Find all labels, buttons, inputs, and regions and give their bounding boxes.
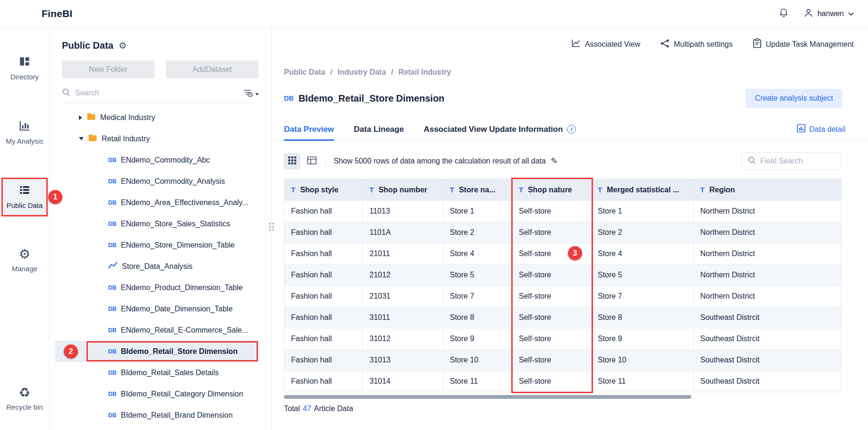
table-cell: Store 1	[591, 201, 694, 222]
table-cell: Fashion hall	[284, 201, 363, 222]
public-data-panel: Public Data ⚙ New Folder AddDataset	[50, 28, 272, 430]
new-folder-button[interactable]: New Folder	[62, 60, 155, 78]
table-row: Fashion hall11013Store 1Self-storeStore …	[284, 200, 841, 222]
table-cell: Fashion hall	[284, 265, 363, 285]
dataset-search-input[interactable]	[75, 89, 238, 97]
info-icon[interactable]: i	[567, 125, 576, 134]
tree-item-endemo-retail-ecommerce-sales[interactable]: DB ENdemo_Retail_E-Commerce_Sale...	[50, 319, 271, 341]
table-cell: Store 8	[443, 307, 512, 328]
tab-data-preview[interactable]: Data Preview	[284, 118, 334, 140]
caret-right-icon[interactable]	[79, 115, 82, 120]
header-toolbar: Associated View Multipath settings Updat…	[284, 38, 868, 50]
app-logo: FineBI	[42, 8, 72, 19]
database-icon: DB	[108, 391, 117, 397]
column-header-shop-number[interactable]: T Shop number	[363, 179, 443, 200]
tree-item-endemo-commodity-abc[interactable]: DB ENdemo_Commodity_Abc	[50, 149, 271, 171]
tree-item-bidemo-retail-sales-details[interactable]: DB BIdemo_Retail_Sales Details	[50, 362, 271, 383]
table-cell: Store 4	[591, 243, 694, 264]
sidebar-item-directory[interactable]: Directory	[3, 51, 46, 86]
sidebar-item-my-analysis[interactable]: My Analysis	[3, 115, 46, 151]
column-header-shop-nature[interactable]: T Shop nature	[512, 179, 591, 200]
tree-item-bidemo-retail-category-dimension[interactable]: DB BIdemo_Retail_Category Dimension	[50, 383, 271, 404]
table-cell: 1101A	[363, 222, 443, 243]
column-header-store-name[interactable]: T Store na...	[443, 179, 512, 200]
total-unit-label: Article Data	[314, 404, 353, 413]
data-detail-link[interactable]: Data detail	[797, 124, 846, 135]
topbar: FineBI hanwen	[0, 0, 868, 28]
table-cell: Self-store	[512, 286, 591, 307]
data-detail-label: Data detail	[809, 125, 846, 134]
tree-item-bidemo-retail-brand-dimension[interactable]: DB BIdemo_Retail_Brand Dimension	[50, 404, 271, 426]
sidebar-item-recycle-bin[interactable]: ♻ Recycle bin	[3, 382, 46, 417]
table-header: T Shop style T Shop number T Store na...…	[284, 179, 841, 200]
tab-data-lineage[interactable]: Data Lineage	[354, 118, 404, 140]
tree-item-endemo-store-dimension-table[interactable]: DB ENdemo_Store_Dimension_Table	[50, 234, 271, 256]
tree-item-endemo-commodity-analysis[interactable]: DB ENdemo_Commodity_Analysis	[50, 171, 271, 192]
horizontal-scrollbar-thumb[interactable]	[284, 395, 691, 399]
database-icon: DB	[108, 199, 117, 206]
column-header-merged-statistical[interactable]: T Merged statistical ...	[591, 179, 694, 200]
tree-item-label: ENdemo_Store_Dimension_Table	[121, 241, 235, 249]
panel-settings-gear-icon[interactable]: ⚙	[119, 41, 127, 50]
tree-item-endemo-date-dimension-table[interactable]: DB ENdemo_Date_Dimension_Table	[50, 298, 271, 319]
column-label: Merged statistical ...	[607, 186, 679, 194]
history-filter-icon[interactable]	[243, 88, 259, 98]
column-header-shop-style[interactable]: T Shop style	[284, 179, 363, 200]
toolbar-label: Update Task Management	[766, 40, 854, 49]
breadcrumb-separator: /	[330, 68, 332, 77]
sidebar-item-label: Directory	[10, 73, 39, 81]
tree-folder-retail-industry[interactable]: Retail Industry	[50, 128, 271, 149]
update-task-management-button[interactable]: Update Task Management	[753, 38, 854, 50]
tree-item-label: BIdemo_Retail_Category Dimension	[121, 390, 243, 398]
multipath-settings-button[interactable]: Multipath settings	[660, 39, 733, 50]
table-cell: 31013	[363, 350, 443, 370]
tab-bar: Data Preview Data Lineage Associated Vie…	[272, 118, 868, 141]
total-label: Total	[284, 404, 300, 413]
tree-folder-medical-industry[interactable]: Medical Industry	[50, 107, 271, 128]
tree-item-store-data-analysis[interactable]: Store_Data_Analysis	[50, 256, 271, 277]
grid-view-toggle[interactable]	[284, 153, 300, 169]
table-cell: 31014	[363, 371, 443, 392]
breadcrumb-item[interactable]: Public Data	[284, 68, 325, 77]
chevron-down-icon	[848, 9, 854, 18]
table-cell: 21011	[363, 243, 443, 264]
table-cell: Northern District	[694, 265, 841, 285]
breadcrumb-item[interactable]: Retail Industry	[398, 68, 451, 77]
page-title: BIdemo_Retail_Store Dimension	[299, 93, 445, 104]
tree-item-label: ENdemo_Commodity_Abc	[121, 156, 210, 164]
tab-label: Data Lineage	[354, 125, 404, 134]
search-icon	[62, 88, 70, 98]
sidebar-item-public-data[interactable]: Public Data 1	[3, 179, 46, 215]
notifications-bell-icon[interactable]	[779, 8, 789, 20]
database-icon: DB	[108, 284, 117, 291]
table-cell: Store 7	[591, 286, 694, 307]
table-cell: Store 2	[443, 222, 512, 243]
tree-item-endemo-product-dimension-table[interactable]: DB ENdemo_Product_Dimension_Table	[50, 277, 271, 298]
table-cell: Northern District	[694, 201, 841, 222]
breadcrumb-item[interactable]: Industry Data	[338, 68, 386, 77]
edit-pen-icon[interactable]: ✎	[550, 157, 558, 165]
tree-item-endemo-area-effectiveness[interactable]: DB ENdemo_Area_Effectiveness_Analy...	[50, 192, 271, 213]
field-search-input[interactable]	[760, 157, 835, 165]
panel-resize-handle[interactable]	[269, 223, 274, 231]
add-dataset-button[interactable]: AddDataset	[166, 60, 258, 78]
tab-associated-view-update-information[interactable]: Associated View Update Information i	[424, 118, 576, 140]
table-cell: Northern District	[694, 286, 841, 307]
table-cell: Store 7	[443, 286, 512, 307]
associated-view-button[interactable]: Associated View	[571, 39, 640, 50]
table-cell: Store 1	[443, 201, 512, 222]
column-header-region[interactable]: T Region	[694, 179, 841, 200]
table-toolbar: Show 5000 rows of data among the calcula…	[284, 152, 842, 170]
table-view-toggle[interactable]	[304, 153, 320, 169]
user-menu[interactable]: hanwen	[804, 8, 854, 19]
sidebar-item-manage[interactable]: ⚙ Manage	[3, 243, 46, 278]
sidebar-item-label: Public Data	[7, 201, 43, 209]
analysis-chart-icon	[18, 120, 31, 133]
tree-item-bidemo-retail-store-dimension[interactable]: 2 DB BIdemo_Retail_Store Dimension	[55, 341, 258, 362]
table-cell: Store 11	[443, 371, 512, 392]
gear-icon: ⚙	[19, 248, 30, 261]
caret-down-icon[interactable]	[79, 137, 84, 140]
create-analysis-subject-button[interactable]: Create analysis subject	[746, 89, 842, 108]
tree-item-endemo-store-sales-statistics[interactable]: DB ENdemo_Store_Sales_Statistics	[50, 213, 271, 234]
table-cell: Self-store	[512, 350, 591, 370]
